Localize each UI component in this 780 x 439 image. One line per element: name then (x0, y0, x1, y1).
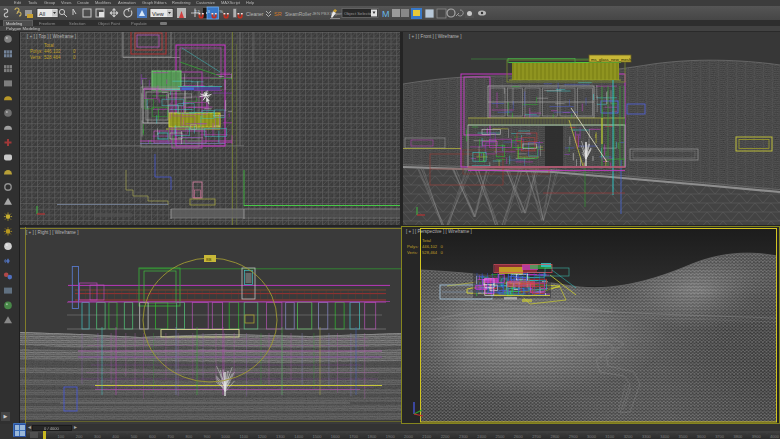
svg-text:%: % (220, 9, 224, 14)
svg-text:1600: 1600 (331, 434, 341, 439)
svg-text:400: 400 (112, 434, 119, 439)
svg-text:Polys:: Polys: (407, 244, 418, 249)
svg-text:Total: Total (422, 238, 431, 243)
svg-text:Total: Total (44, 43, 54, 48)
svg-text:3400: 3400 (660, 434, 670, 439)
svg-text:4000: 4000 (770, 434, 780, 439)
svg-text:3900: 3900 (752, 434, 762, 439)
svg-text:[ + ] [ Right ] [ Wireframe ]: [ + ] [ Right ] [ Wireframe ] (26, 230, 78, 235)
svg-text:View: View (152, 11, 164, 17)
svg-text:2600: 2600 (514, 434, 524, 439)
svg-text:446,102: 446,102 (422, 244, 438, 249)
svg-text:Cleaner: Cleaner (246, 11, 264, 17)
svg-text:3000: 3000 (587, 434, 597, 439)
svg-text:[ + ] [ Perspective ] [ Wirefr: [ + ] [ Perspective ] [ Wireframe ] (406, 229, 472, 234)
svg-text:3100: 3100 (605, 434, 615, 439)
svg-text:2.5: 2.5 (195, 9, 201, 14)
svg-text:1800: 1800 (367, 434, 377, 439)
svg-text:1100: 1100 (239, 434, 248, 439)
svg-text:1900: 1900 (386, 434, 396, 439)
svg-text:1700: 1700 (349, 434, 359, 439)
svg-text:8B: 8B (206, 257, 211, 262)
svg-text:200: 200 (76, 434, 83, 439)
svg-text:SR: SR (274, 11, 282, 17)
svg-text:1400: 1400 (294, 434, 304, 439)
svg-text:1500: 1500 (313, 434, 323, 439)
svg-text:2400: 2400 (477, 434, 487, 439)
svg-text:2300: 2300 (459, 434, 469, 439)
svg-text:2000: 2000 (404, 434, 414, 439)
svg-text:2500: 2500 (496, 434, 506, 439)
svg-text:2900: 2900 (569, 434, 579, 439)
svg-text:3800: 3800 (733, 434, 743, 439)
svg-text:3500: 3500 (679, 434, 689, 439)
svg-text:700: 700 (167, 434, 174, 439)
svg-text:446,102: 446,102 (44, 49, 61, 54)
svg-text:JEN PBX Export: JEN PBX Export (312, 11, 344, 16)
svg-text:600: 600 (149, 434, 156, 439)
svg-text:Verts:: Verts: (407, 250, 418, 255)
svg-text:All: All (39, 11, 45, 17)
svg-text:900: 900 (204, 434, 211, 439)
svg-text:Polys:: Polys: (30, 49, 43, 54)
svg-text:Object Selection: Object Selection (344, 11, 375, 16)
svg-text:528,464: 528,464 (422, 250, 438, 255)
svg-text:2700: 2700 (532, 434, 542, 439)
svg-text:3200: 3200 (624, 434, 634, 439)
svg-text:2800: 2800 (550, 434, 560, 439)
svg-text:100: 100 (57, 434, 64, 439)
svg-text:1000: 1000 (221, 434, 231, 439)
svg-text:800: 800 (186, 434, 193, 439)
svg-text:[ + ] [ Front ] [ Wireframe ]: [ + ] [ Front ] [ Wireframe ] (409, 34, 461, 39)
svg-text:2100: 2100 (422, 434, 432, 439)
svg-text:3300: 3300 (642, 434, 652, 439)
svg-text:[ + ] [ Top ] [ Wireframe ]: [ + ] [ Top ] [ Wireframe ] (27, 34, 76, 39)
svg-text:SteamRoller: SteamRoller (285, 12, 312, 17)
svg-text:M: M (382, 9, 390, 19)
svg-text:3700: 3700 (715, 434, 725, 439)
svg-text:500: 500 (131, 434, 138, 439)
svg-text:3600: 3600 (697, 434, 707, 439)
svg-text:0: 0 (73, 49, 76, 54)
svg-text:ms_glass_new_mesh: ms_glass_new_mesh (591, 57, 632, 62)
svg-text:528,464: 528,464 (44, 55, 61, 60)
svg-text:2200: 2200 (441, 434, 451, 439)
svg-text:0: 0 (73, 55, 76, 60)
svg-text:300: 300 (94, 434, 101, 439)
svg-text:Verts:: Verts: (30, 55, 42, 60)
svg-text:1300: 1300 (276, 434, 286, 439)
svg-text:1200: 1200 (258, 434, 268, 439)
